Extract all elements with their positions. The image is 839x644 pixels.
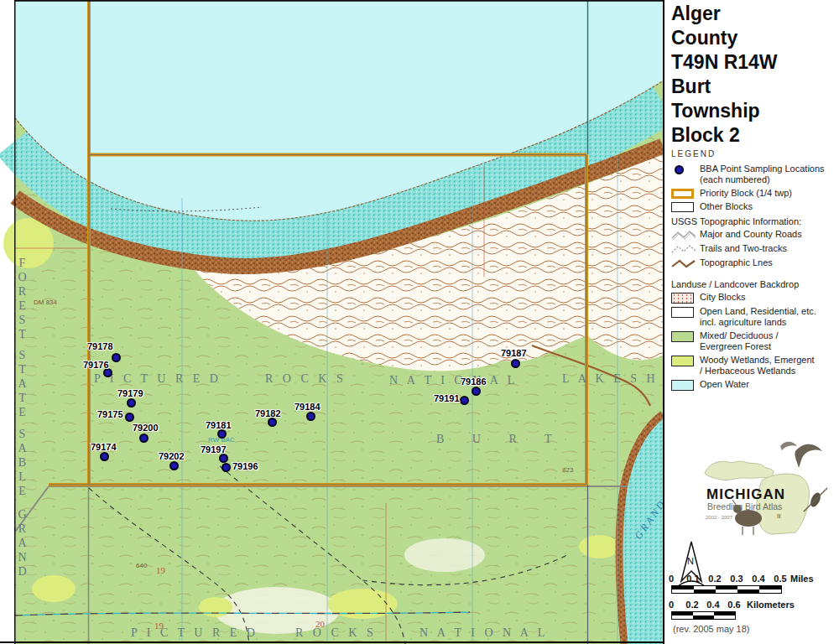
city-swatch	[671, 293, 694, 304]
legend-symbol	[671, 243, 700, 255]
logo-numeral: II	[777, 512, 780, 520]
major-roads-line-icon	[671, 230, 696, 241]
legend-item-landuse: Open Land, Residential, etc.incl. agricu…	[671, 306, 837, 328]
scalebar-segment	[737, 586, 759, 593]
legend-label-line: Evergreen Forest	[700, 341, 779, 352]
title-line: Burt	[671, 75, 778, 99]
scalebar-tick-label: 0.2	[685, 600, 698, 610]
legend-label: BBA Point Sampling Locations(each number…	[700, 164, 825, 185]
priority-block-swatch	[671, 189, 694, 199]
title-line: Township	[671, 99, 778, 123]
legend-item-usgs: Trails and Two-tracks	[671, 243, 837, 255]
legend-label-line: City Blocks	[700, 292, 745, 303]
legend-item-landuse: City Blocks	[671, 292, 837, 304]
scalebar-tick-label: 0.4	[706, 600, 719, 610]
legend-item-landuse: Open Water	[671, 379, 837, 391]
legend-label: Other Blocks	[700, 201, 753, 212]
legend-item-usgs: Major and County Roads	[671, 229, 837, 241]
legend-symbol	[671, 164, 700, 174]
legend-item-bba-points: BBA Point Sampling Locations(each number…	[671, 164, 837, 185]
scalebar-tick-label: 0.6	[727, 600, 740, 610]
legend-landuse-heading: Landuse / Landcover Backdrop	[671, 279, 837, 289]
scalebar-ticks: 00.20.40.6Kilometers	[671, 600, 837, 610]
legend-label: Open Water	[700, 379, 749, 390]
revision-note: (rev. 2005 may 18)	[673, 624, 750, 634]
legend-heading: LEGEND	[671, 149, 837, 158]
scalebar-segment	[716, 586, 737, 593]
legend-label: Trails and Two-tracks	[700, 243, 787, 254]
topographic-map	[0, 0, 663, 644]
scalebar-segment	[693, 612, 714, 619]
legend-label: Open Land, Residential, etc.incl. agricu…	[700, 306, 816, 328]
title-line: County	[671, 26, 778, 50]
legend-item-landuse: Mixed/ Deciduous /Evergreen Forest	[671, 330, 837, 352]
scalebar-tick-label: 0	[669, 600, 674, 610]
legend-label: Priority Block (1/4 twp)	[700, 188, 792, 199]
open-land-patch	[404, 538, 485, 572]
title-line: T49N R14W	[671, 50, 778, 75]
legend-symbol	[671, 355, 700, 366]
legend-label-line: Open Land, Residential, etc.	[700, 306, 816, 317]
legend-label-line: Major and County Roads	[700, 229, 802, 240]
legend-symbol	[671, 379, 700, 391]
scalebar-unit-label: Miles	[790, 574, 814, 584]
legend-label-line: Open Water	[700, 379, 749, 390]
legend-label-line: BBA Point Sampling Locations	[700, 164, 825, 174]
scalebar-tick-label: 0.2	[708, 574, 721, 584]
legend-symbol	[671, 306, 700, 318]
legend-label-line: Priority Block (1/4 twp)	[700, 188, 792, 199]
scalebar-segment	[759, 586, 781, 593]
legend-symbol	[671, 188, 700, 199]
title-line: Alger	[671, 2, 778, 26]
scalebar-segment	[694, 586, 716, 593]
legend-item-usgs: Topographic Lnes	[671, 257, 837, 269]
scalebar-tick-label: 0	[669, 574, 674, 584]
legend-label-line: Topographic Lnes	[700, 257, 773, 268]
scalebar-miles: 00.10.20.30.40.5Miles	[671, 574, 837, 594]
legend-label-line: Trails and Two-tracks	[700, 243, 787, 254]
map-canvas: P I C T U R E DR O C K SN A T I O N A LL…	[0, 0, 663, 644]
legend-label-line: Other Blocks	[700, 201, 753, 212]
scalebar-kilometers: 00.20.40.6Kilometers	[671, 600, 837, 620]
water-swatch	[671, 380, 694, 391]
legend-label: City Blocks	[700, 292, 745, 303]
scalebar-tick-label: 0.3	[730, 574, 743, 584]
topographic-line-icon	[671, 258, 696, 269]
scalebar-unit-label: Kilometers	[747, 600, 795, 610]
legend-label-line: Mixed/ Deciduous /	[700, 330, 779, 341]
scalebar-tick-label: 0.1	[686, 574, 699, 584]
legend: LEGEND BBA Point Sampling Locations(each…	[671, 149, 837, 393]
page-title: AlgerCountyT49N R14WBurtTownshipBlock 2	[671, 2, 778, 148]
scalebar-bar	[671, 611, 736, 620]
legend-label: Mixed/ Deciduous /Evergreen Forest	[700, 330, 779, 352]
legend-item-block: Priority Block (1/4 twp)	[671, 188, 837, 199]
other-block-swatch	[671, 202, 694, 212]
logo-title: MICHIGAN	[706, 486, 785, 502]
legend-symbol	[671, 229, 700, 241]
map-sheet: P I C T U R E DR O C K SN A T I O N A LL…	[0, 0, 839, 644]
legend-label: Major and County Roads	[700, 229, 802, 240]
title-line: Block 2	[671, 123, 778, 148]
north-label: N	[687, 556, 694, 566]
legend-symbol	[671, 292, 700, 304]
mbba-logo: MICHIGAN Breeding Bird Atlas 2002 - 2007…	[696, 434, 835, 539]
logo-subtitle: Breeding Bird Atlas	[707, 501, 782, 512]
legend-symbol	[671, 257, 700, 269]
scalebar-ticks: 00.10.20.30.40.5Miles	[671, 574, 837, 584]
sidebar: AlgerCountyT49N R14WBurtTownshipBlock 2 …	[664, 0, 839, 644]
legend-item-block: Other Blocks	[671, 201, 837, 212]
map-neatline-top	[15, 0, 663, 2]
legend-symbol	[671, 201, 700, 212]
wetland-swatch	[671, 356, 694, 366]
open-land-swatch	[671, 307, 694, 318]
scalebar-bar	[671, 585, 782, 594]
scalebar-segment	[672, 612, 693, 619]
legend-usgs-heading: USGS Topographic Information:	[671, 216, 837, 226]
scalebar-tick-label: 0.4	[752, 574, 764, 584]
scalebar-segment	[672, 586, 694, 593]
open-land-patch	[214, 587, 340, 634]
bba-point-icon	[675, 165, 684, 174]
trails-line-icon	[671, 244, 696, 255]
legend-label-line: (each numbered)	[700, 174, 825, 185]
forest-swatch	[671, 331, 694, 342]
